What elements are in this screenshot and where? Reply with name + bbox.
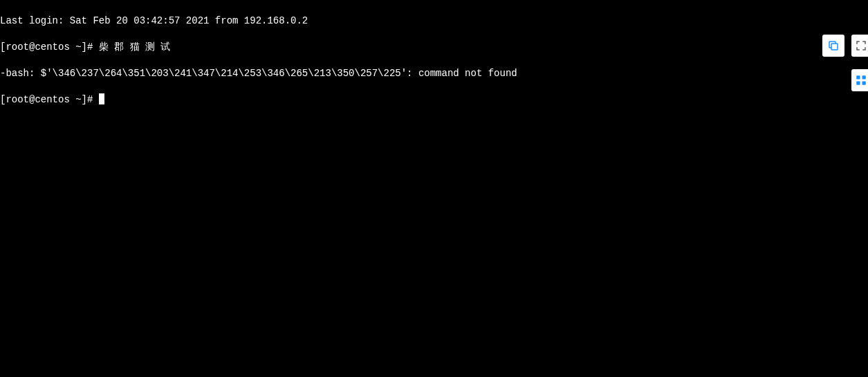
copy-button[interactable] (822, 35, 844, 57)
terminal-line: [root@centos ~]# 柴 郡 猫 测 试 (0, 41, 868, 54)
grid-button[interactable] (851, 69, 868, 91)
terminal-prompt: [root@centos ~]# (0, 94, 99, 105)
terminal-prompt-line: [root@centos ~]# (0, 93, 868, 107)
svg-rect-0 (831, 44, 838, 50)
terminal-cursor (99, 93, 104, 104)
fullscreen-button[interactable] (851, 35, 868, 57)
terminal-line: Last login: Sat Feb 20 03:42:57 2021 fro… (0, 15, 868, 28)
toolbar-row-bottom (851, 69, 868, 91)
svg-rect-2 (862, 75, 866, 79)
svg-rect-3 (856, 82, 860, 85)
terminal-output[interactable]: Last login: Sat Feb 20 03:42:57 2021 fro… (0, 0, 868, 121)
terminal-line: -bash: $'\346\237\264\351\203\241\347\21… (0, 67, 868, 80)
svg-rect-1 (856, 75, 860, 79)
side-toolbar (822, 35, 868, 91)
toolbar-row-top (822, 35, 868, 57)
fullscreen-icon (855, 39, 867, 52)
copy-icon (827, 39, 840, 52)
svg-rect-4 (862, 82, 866, 85)
grid-icon (855, 74, 867, 86)
